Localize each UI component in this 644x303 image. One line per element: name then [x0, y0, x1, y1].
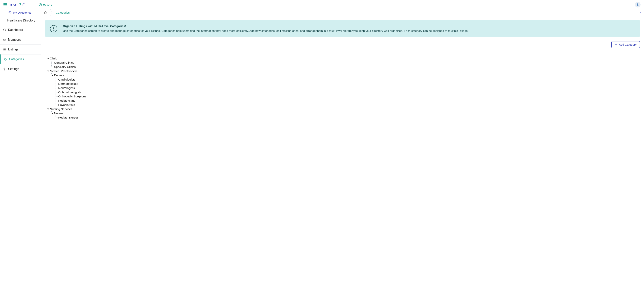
svg-point-10	[3, 50, 4, 51]
gear-icon	[3, 68, 6, 71]
svg-point-6	[4, 39, 4, 40]
breadcrumb-current[interactable]: Categories	[50, 9, 73, 16]
tree-node-label: General Clinics	[54, 61, 74, 65]
secondbar: My Directories Categories	[0, 9, 644, 16]
sidebar-item-label: Members	[8, 38, 21, 42]
tree-node-label: Clinic	[50, 57, 57, 60]
tree-node[interactable]: Ophthalmologists	[58, 90, 640, 94]
tree-node[interactable]: Psychiatrists	[58, 103, 640, 107]
tree-node-label: Doctors	[54, 74, 64, 77]
tree-toggle-icon[interactable]	[47, 71, 49, 72]
tree-node-label: Pediatri Nurses	[58, 116, 78, 119]
tree-node[interactable]: Clinic	[50, 56, 640, 61]
svg-point-7	[4, 39, 5, 40]
tree-node[interactable]: Pediatri Nurses	[58, 115, 640, 120]
tree-node-label: Specialty Clinics	[54, 65, 76, 69]
sidebar-item-dashboard[interactable]: Dashboard	[0, 25, 41, 35]
sidebar: Healthcare Directory Dashboard Member	[0, 16, 41, 303]
list-icon	[3, 48, 6, 51]
svg-point-8	[3, 49, 4, 49]
tree-node[interactable]: Dermatologists	[58, 82, 640, 86]
users-icon	[3, 38, 6, 42]
plus-icon	[615, 43, 617, 46]
tree-node[interactable]: General Clinics	[54, 61, 640, 65]
sidebar-item-members[interactable]: Members	[0, 35, 41, 45]
user-avatar[interactable]	[635, 2, 640, 8]
svg-point-14	[4, 59, 5, 59]
tree-node-label: Dermatologists	[58, 82, 78, 86]
breadcrumb-current-label: Categories	[56, 11, 70, 14]
home-icon	[44, 11, 47, 14]
tree-node[interactable]: Medical Practitioners	[50, 69, 640, 73]
svg-text:BAT: BAT	[10, 3, 17, 6]
topbar: BAT I ® Directory	[0, 0, 644, 9]
tag-icon	[4, 58, 7, 61]
tree-node-label: Medical Practitioners	[50, 69, 78, 73]
back-arrow-icon	[8, 11, 12, 14]
brand-logo[interactable]: BAT I ®	[10, 2, 35, 8]
home-icon	[3, 28, 6, 32]
tree-node-label: Nurses	[54, 112, 64, 115]
svg-point-17	[53, 27, 54, 28]
back-to-directories[interactable]: My Directories	[0, 9, 41, 16]
collapse-panel-button[interactable]	[637, 9, 644, 16]
sidebar-item-label: Dashboard	[8, 28, 23, 32]
sidebar-item-categories[interactable]: Categories	[0, 55, 41, 64]
svg-point-4	[637, 4, 638, 5]
breadcrumb-home[interactable]	[41, 9, 50, 16]
header-section[interactable]: Directory	[38, 3, 52, 7]
tree-node[interactable]: Nurses	[54, 111, 640, 115]
tree-node-label: Neurologists	[58, 86, 75, 90]
add-category-button[interactable]: Add Category	[612, 41, 640, 48]
tree-node[interactable]: Orthopedic Surgeons	[58, 94, 640, 99]
sidebar-item-listings[interactable]: Listings	[0, 45, 41, 55]
info-body: Use the Categories screen to create and …	[63, 29, 468, 33]
tree-node-label: Pediatricians	[58, 99, 75, 102]
tree-toggle-icon[interactable]	[47, 109, 49, 110]
info-icon	[50, 25, 58, 33]
tree-node[interactable]: Doctors	[54, 73, 640, 78]
tree-toggle-icon[interactable]	[51, 75, 53, 76]
svg-point-15	[4, 69, 5, 69]
sidebar-item-label: Settings	[8, 67, 19, 71]
svg-text:®: ®	[24, 3, 25, 5]
svg-point-9	[3, 49, 4, 50]
info-banner: Organize Listings with Multi-Level Categ…	[45, 20, 640, 37]
tree-node-label: Psychiatrists	[58, 103, 75, 107]
category-tree: ClinicGeneral ClinicsSpecialty ClinicsMe…	[50, 56, 640, 120]
sidebar-item-label: Listings	[8, 48, 18, 51]
sidebar-item-settings[interactable]: Settings	[0, 64, 41, 74]
tree-toggle-icon[interactable]	[51, 113, 53, 114]
tree-node-label: Cardiologists	[58, 78, 76, 81]
svg-point-5	[8, 11, 11, 14]
hamburger-menu-icon[interactable]	[4, 3, 7, 6]
sidebar-item-label: Categories	[9, 58, 24, 61]
sidebar-nav: Dashboard Members	[0, 25, 41, 74]
tree-node-label: Nursing Services	[50, 107, 72, 111]
main-content: Organize Listings with Multi-Level Categ…	[41, 16, 644, 303]
tree-node[interactable]: Pediatricians	[58, 99, 640, 103]
tree-node[interactable]: Specialty Clinics	[54, 65, 640, 69]
tree-node-label: Ophthalmologists	[58, 91, 81, 94]
svg-text:I: I	[22, 3, 22, 6]
back-link-label: My Directories	[13, 11, 32, 14]
user-icon	[636, 3, 640, 6]
tree-node[interactable]: Cardiologists	[58, 78, 640, 82]
svg-point-2	[23, 3, 24, 4]
triangle-left-icon	[640, 12, 642, 14]
add-category-label: Add Category	[619, 43, 636, 46]
tree-node[interactable]: Nursing Services	[50, 107, 640, 111]
directory-context-title: Healthcare Directory	[0, 16, 41, 25]
info-title: Organize Listings with Multi-Level Categ…	[63, 24, 468, 28]
tree-toggle-icon[interactable]	[47, 58, 49, 59]
tree-node[interactable]: Neurologists	[58, 86, 640, 90]
tree-node-label: Orthopedic Surgeons	[58, 95, 86, 98]
